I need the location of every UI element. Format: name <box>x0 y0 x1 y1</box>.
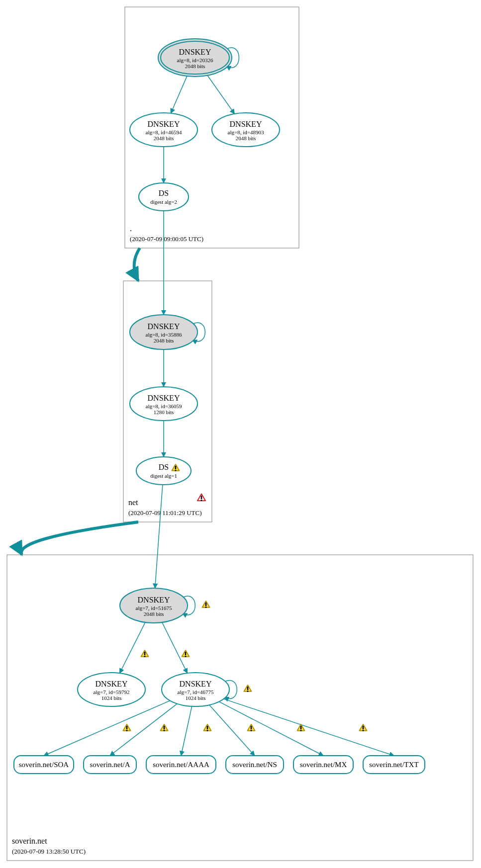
node-root_ksk: DNSKEYalg=8, id=203262048 bits <box>158 39 232 77</box>
node-sub1: alg=8, id=48903 <box>228 129 264 135</box>
node-sub1: alg=7, id=59792 <box>94 689 130 695</box>
warning-icon <box>202 601 210 608</box>
node-sub2: 2048 bits <box>154 135 174 141</box>
error-icon <box>197 494 205 501</box>
svg-rect-36 <box>126 726 128 729</box>
node-sub1: alg=8, id=20326 <box>177 57 213 63</box>
node-sov_zsk2: DNSKEYalg=7, id=467751024 bits <box>162 673 229 706</box>
rrset-rr_aaaa: soverin.net/AAAA <box>146 756 216 774</box>
node-sov_ksk: DNSKEYalg=7, id=516752048 bits <box>120 588 188 623</box>
svg-rect-31 <box>185 656 187 657</box>
node-sub2: 1280 bits <box>154 409 174 415</box>
rrset-label: soverin.net/AAAA <box>153 761 209 769</box>
warning-icon <box>161 724 168 731</box>
rrset-rr_a: soverin.net/A <box>84 756 136 774</box>
node-sub2: 1024 bits <box>101 695 122 701</box>
svg-rect-49 <box>300 730 302 731</box>
node-sub1: alg=7, id=51675 <box>136 605 172 611</box>
zone-time-net: (2020-07-09 11:01:29 UTC) <box>128 509 202 517</box>
zone-arrow <box>21 522 138 555</box>
svg-rect-28 <box>144 656 146 657</box>
node-root_zsk1: DNSKEYalg=8, id=465942048 bits <box>130 113 197 147</box>
svg-rect-34 <box>247 691 249 692</box>
warning-icon <box>182 650 190 657</box>
node-sov_zsk1: DNSKEYalg=7, id=597921024 bits <box>78 673 145 706</box>
node-title: DNSKEY <box>179 48 211 56</box>
zone-label-soverin: soverin.net <box>12 837 47 845</box>
svg-rect-43 <box>207 730 208 731</box>
rrset-label: soverin.net/SOA <box>19 761 69 769</box>
edge-rr <box>219 701 323 756</box>
rrset-label: soverin.net/NS <box>232 761 277 769</box>
rrset-rr_soa: soverin.net/SOA <box>14 756 74 774</box>
node-title: DS <box>159 189 169 197</box>
rrset-rr_mx: soverin.net/MX <box>293 756 353 774</box>
node-title: DNSKEY <box>96 680 128 688</box>
node-sub1: digest alg=1 <box>150 473 177 479</box>
edge-rr <box>181 706 192 756</box>
rrset-label: soverin.net/MX <box>300 761 347 769</box>
node-title: DNSKEY <box>148 120 180 128</box>
warning-icon <box>123 724 131 731</box>
node-title: DNSKEY <box>148 394 180 402</box>
node-sub2: 2048 bits <box>144 611 164 617</box>
node-sub2: 2048 bits <box>185 63 205 69</box>
svg-rect-48 <box>300 726 302 729</box>
node-sub1: alg=8, id=35886 <box>146 332 182 338</box>
warning-icon <box>248 724 255 731</box>
svg-rect-40 <box>164 730 165 731</box>
svg-rect-30 <box>185 652 187 655</box>
node-sub2: 2048 bits <box>236 135 256 141</box>
node-net_zsk: DNSKEYalg=8, id=360591280 bits <box>130 387 197 421</box>
svg-rect-33 <box>247 687 249 690</box>
zone-time-soverin: (2020-07-09 13:28:50 UTC) <box>12 848 86 855</box>
svg-rect-22 <box>201 500 202 501</box>
svg-rect-45 <box>251 726 252 729</box>
svg-rect-52 <box>363 730 364 731</box>
svg-rect-51 <box>363 726 364 729</box>
node-title: DNSKEY <box>138 596 170 604</box>
svg-rect-27 <box>144 652 146 655</box>
zone-time-root: (2020-07-09 09:00:05 UTC) <box>130 235 203 243</box>
rrset-label: soverin.net/A <box>90 761 130 769</box>
node-sub1: alg=8, id=36059 <box>146 403 182 409</box>
node-net_ksk: DNSKEYalg=8, id=358862048 bits <box>130 315 197 349</box>
svg-rect-37 <box>126 730 128 731</box>
zone-label-root: . <box>130 224 132 233</box>
zone-arrow <box>134 248 140 281</box>
svg-rect-25 <box>205 607 207 608</box>
rrset-rr_txt: soverin.net/TXT <box>363 756 425 774</box>
warning-icon <box>360 724 367 731</box>
node-sub1: digest alg=2 <box>150 199 177 205</box>
svg-rect-18 <box>175 466 177 469</box>
node-sub2: 2048 bits <box>154 338 174 344</box>
edge <box>171 76 187 113</box>
svg-rect-39 <box>164 726 165 729</box>
warning-icon <box>244 685 252 692</box>
svg-rect-46 <box>251 730 252 731</box>
node-sub1: alg=8, id=46594 <box>146 129 182 135</box>
node-net_ds: DSdigest alg=1 <box>136 457 191 485</box>
edge-rr <box>44 700 170 756</box>
edge <box>155 485 163 588</box>
edge <box>120 622 145 673</box>
node-title: DNSKEY <box>180 680 212 688</box>
warning-icon <box>204 724 211 731</box>
node-sub1: alg=7, id=46775 <box>178 689 214 695</box>
zone-label-net: net <box>128 498 138 507</box>
warning-icon <box>141 650 149 657</box>
node-sub2: 1024 bits <box>186 695 206 701</box>
node-title: DS <box>159 463 169 471</box>
node-root_ds: DSdigest alg=2 <box>139 183 189 211</box>
svg-rect-19 <box>175 470 177 471</box>
svg-rect-24 <box>205 603 207 606</box>
zone-box-soverin <box>7 555 473 861</box>
node-title: DNSKEY <box>230 120 262 128</box>
svg-rect-42 <box>207 726 208 729</box>
rrset-rr_ns: soverin.net/NS <box>226 756 284 774</box>
edge <box>162 622 188 673</box>
rrset-label: soverin.net/TXT <box>369 761 419 769</box>
node-root_zsk2: DNSKEYalg=8, id=489032048 bits <box>212 113 280 147</box>
edge <box>207 76 234 114</box>
node-title: DNSKEY <box>148 322 180 331</box>
